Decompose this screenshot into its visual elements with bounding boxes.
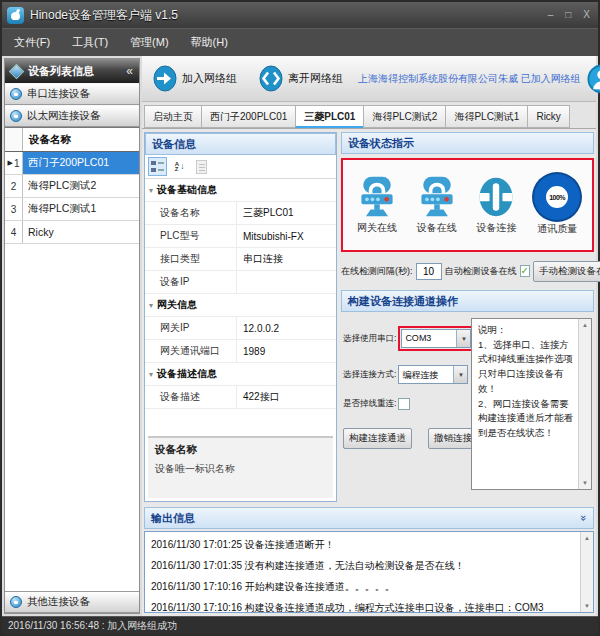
device-name-cell[interactable]: 海得PLC测试1	[23, 198, 139, 220]
leave-network-button[interactable]: 离开网络组	[252, 61, 350, 96]
table-row[interactable]: 3 海得PLC测试1	[5, 198, 139, 221]
tab-ricky[interactable]: Ricky	[527, 105, 569, 128]
user-avatar-icon	[587, 64, 600, 94]
group-other-label: 其他连接设备	[27, 595, 90, 609]
interval-input[interactable]	[416, 263, 442, 280]
output-scrollbar[interactable]: ▲ ▼	[580, 532, 593, 612]
tab-home[interactable]: 启动主页	[144, 105, 201, 128]
menu-file[interactable]: 文件(F)	[14, 35, 50, 50]
connect-mode-label: 选择连接方式:	[343, 369, 396, 381]
channel-panel-title: 构建设备连接通道操作	[348, 294, 458, 309]
device-table-header: 设备名称	[5, 128, 139, 152]
join-network-icon	[153, 65, 177, 92]
help-title: 设备名称	[155, 443, 326, 457]
notes-scrollbar[interactable]: ▲ ▼	[578, 319, 591, 489]
sidebar-title: 设备列表信息	[28, 64, 94, 79]
device-tab-bar: 启动主页 西门子200PLC01 三菱PLC01 海得PLC测试2 海得PLC测…	[142, 102, 596, 129]
serial-port-select[interactable]: COM3 ▼	[401, 329, 471, 348]
category-expander-icon[interactable]: ▾	[145, 186, 157, 195]
property-row[interactable]: 网关通讯端口 1989	[145, 340, 336, 363]
output-panel-header: 输出信息 »	[144, 507, 594, 529]
collapse-sidebar-button[interactable]: «	[126, 64, 133, 78]
build-channel-button[interactable]: 构建连接通道	[343, 428, 412, 449]
comm-quality-donut: 100%	[534, 174, 580, 220]
property-grid: ▾ 设备基础信息 设备名称 三菱PLC01 PLC型号 Mitsubishi-F…	[145, 179, 336, 409]
device-info-panel: 设备信息 AZ ↓	[144, 132, 337, 502]
device-connect-label: 设备连接	[476, 221, 516, 235]
menu-help[interactable]: 帮助(H)	[191, 35, 228, 50]
comm-quality-indicator: 100% 通讯质量	[534, 174, 580, 236]
group-other-devices[interactable]: 其他连接设备	[5, 591, 139, 613]
collapse-panel-icon[interactable]: »	[578, 515, 590, 521]
serial-port-highlight: COM3 ▼	[398, 326, 474, 351]
dropdown-button[interactable]: ▼	[453, 366, 467, 383]
notes-line: 2、网口连接设备需要构建连接通道后才能看到是否在线状态！	[478, 397, 574, 441]
output-panel: 输出信息 » 2016/11/30 17:01:25 设备连接通道断开！ 201…	[144, 507, 594, 613]
table-corner-cell	[5, 128, 23, 151]
reconnect-checkbox[interactable]	[398, 398, 410, 410]
categorized-view-button[interactable]	[148, 157, 167, 176]
comm-quality-label: 通讯质量	[537, 222, 577, 236]
tab-hite-test1[interactable]: 海得PLC测试1	[445, 105, 527, 128]
join-network-button[interactable]: 加入网络组	[146, 61, 244, 96]
category-expander-icon[interactable]: ▾	[145, 370, 157, 379]
output-log-box: 2016/11/30 17:01:25 设备连接通道断开！ 2016/11/30…	[144, 531, 594, 613]
close-button[interactable]: X	[583, 10, 590, 20]
property-row[interactable]: 网关IP 12.0.0.2	[145, 317, 336, 340]
tab-mitsubishi-plc[interactable]: 三菱PLC01	[295, 105, 363, 128]
right-pane: 加入网络组 离开网络组 上海海得控制系统股份有限公司朱威 已加入网络组	[142, 56, 596, 616]
table-row[interactable]: 2 海得PLC测试2	[5, 175, 139, 198]
device-name-cell[interactable]: 海得PLC测试2	[23, 175, 139, 197]
device-name-cell[interactable]: 西门子200PLC01	[23, 152, 139, 174]
tab-hite-test2[interactable]: 海得PLC测试2	[363, 105, 445, 128]
reconnect-label: 是否掉线重连:	[343, 398, 396, 410]
notes-line: 1、选择串口、连接方式和掉线重连操作选项只对串口连接设备有效！	[478, 338, 574, 397]
table-row[interactable]: ▶1 西门子200PLC01	[5, 152, 139, 175]
dropdown-button[interactable]: ▼	[456, 330, 470, 347]
device-online-indicator: 设备在线	[415, 175, 459, 235]
row-number-cell: ▶1	[5, 152, 23, 174]
column-device-name[interactable]: 设备名称	[23, 128, 139, 151]
minimize-button[interactable]: –	[548, 10, 554, 20]
manual-check-button[interactable]: 手动检测设备在线	[533, 261, 600, 282]
group-serial-devices[interactable]: 串口连接设备	[5, 83, 139, 105]
category-row[interactable]: ▾ 网关信息	[145, 294, 336, 317]
table-row[interactable]: 4 Ricky	[5, 221, 139, 244]
property-help-box: 设备名称 设备唯一标识名称	[148, 436, 333, 498]
category-expander-icon[interactable]: ▾	[145, 301, 157, 310]
status-bar: 2016/11/30 16:56:48 : 加入网络组成功	[2, 616, 598, 634]
category-row[interactable]: ▾ 设备描述信息	[145, 363, 336, 386]
gateway-online-label: 网关在线	[357, 221, 397, 235]
auto-check-checkbox[interactable]: ✓	[520, 265, 530, 277]
join-network-label: 加入网络组	[182, 71, 237, 86]
help-text: 设备唯一标识名称	[155, 462, 326, 476]
property-row[interactable]: 设备描述 422接口	[145, 386, 336, 409]
property-row[interactable]: 设备IP	[145, 271, 336, 294]
device-online-label: 设备在线	[417, 221, 457, 235]
maximize-button[interactable]: □	[565, 10, 571, 20]
scroll-up-icon[interactable]: ▲	[581, 535, 593, 541]
categorized-icon	[151, 161, 164, 173]
menu-tools[interactable]: 工具(T)	[72, 35, 108, 50]
category-row[interactable]: ▾ 设备基础信息	[145, 179, 336, 202]
tab-siemens-plc[interactable]: 西门子200PLC01	[201, 105, 295, 128]
group-ethernet-devices[interactable]: 以太网连接设备	[5, 105, 139, 127]
menu-manage[interactable]: 管理(M)	[130, 35, 169, 50]
property-row[interactable]: 接口类型 串口连接	[145, 248, 336, 271]
property-row[interactable]: 设备名称 三菱PLC01	[145, 202, 336, 225]
device-name-cell[interactable]: Ricky	[23, 221, 139, 243]
scroll-up-icon[interactable]: ▲	[579, 322, 591, 328]
title-bar: Hinode设备管理客户端 v1.5 – □ X	[2, 2, 598, 28]
selected-row-marker-icon: ▶	[8, 159, 13, 167]
scroll-down-icon[interactable]: ▼	[581, 603, 593, 609]
property-row[interactable]: PLC型号 Mitsubishi-FX	[145, 225, 336, 248]
notes-box: 说明： 1、选择串口、连接方式和掉线重连操作选项只对串口连接设备有效！ 2、网口…	[471, 318, 592, 490]
connect-mode-select[interactable]: 编程连接 ▼	[398, 365, 468, 384]
leave-network-icon	[259, 65, 283, 92]
serial-device-icon	[10, 88, 22, 100]
leave-network-label: 离开网络组	[288, 71, 343, 86]
scroll-down-icon[interactable]: ▼	[579, 480, 591, 486]
alphabetical-sort-button[interactable]: AZ ↓	[170, 157, 189, 176]
property-pages-button[interactable]	[192, 157, 211, 176]
check-icon: ✓	[521, 266, 529, 276]
